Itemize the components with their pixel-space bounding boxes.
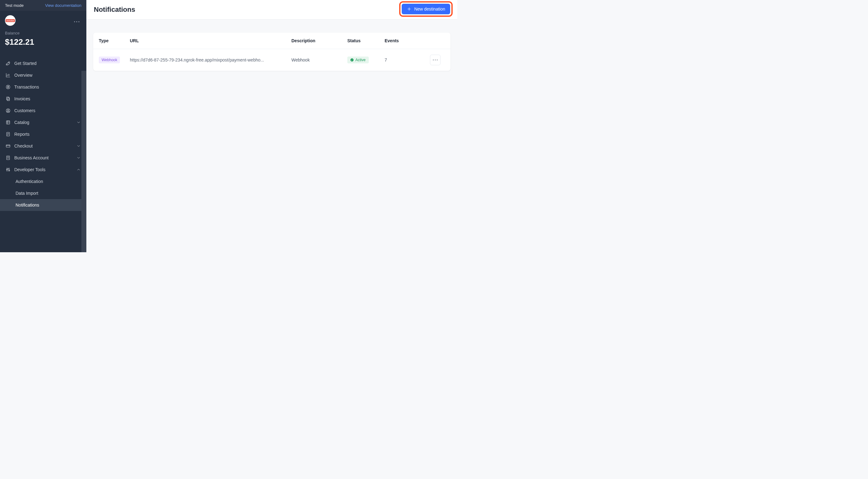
sidebar-item-label: Authentication	[16, 179, 81, 184]
type-badge: Webhook	[99, 57, 120, 63]
balance-amount: $122.21	[5, 37, 82, 47]
account-row: ovector	[0, 11, 86, 29]
avatar[interactable]: ovector	[5, 15, 16, 26]
test-mode-label: Test mode	[5, 3, 24, 8]
dollar-icon	[6, 85, 10, 90]
svg-point-0	[74, 21, 75, 22]
table-header: Type URL Description Status Events	[93, 33, 451, 49]
svg-point-3	[8, 62, 9, 63]
document-icon	[6, 96, 10, 101]
svg-point-13	[6, 169, 7, 170]
svg-point-16	[433, 60, 434, 61]
sidebar-item-label: Catalog	[14, 120, 73, 125]
dots-icon	[74, 21, 80, 22]
sidebar-item-transactions[interactable]: Transactions	[0, 81, 86, 93]
svg-point-17	[435, 60, 436, 61]
rocket-icon	[6, 61, 10, 66]
svg-rect-12	[6, 156, 9, 160]
chevron-down-icon	[76, 156, 81, 160]
sidebar-item-developer-tools[interactable]: Developer Tools	[0, 164, 86, 175]
svg-point-14	[8, 168, 9, 169]
sidebar-item-label: Data Import	[16, 191, 81, 196]
row-actions-button[interactable]	[430, 55, 440, 65]
svg-point-2	[78, 21, 79, 22]
sidebar-item-label: Get Started	[14, 61, 81, 66]
sidebar-item-invoices[interactable]: Invoices	[0, 93, 86, 105]
sidebar-item-overview[interactable]: Overview	[0, 69, 86, 81]
new-destination-button[interactable]: New destination	[402, 4, 450, 14]
sidebar-item-notifications[interactable]: Notifications	[0, 199, 86, 211]
sidebar-item-label: Customers	[14, 108, 81, 113]
sidebar-item-label: Reports	[14, 132, 81, 137]
user-icon	[6, 108, 10, 113]
cell-events: 7	[384, 58, 422, 62]
card-icon	[6, 143, 10, 149]
svg-point-1	[76, 21, 77, 22]
status-text: Active	[355, 58, 366, 62]
chart-icon	[6, 73, 10, 78]
cell-url: https://d7d6-87-255-79-234.ngrok-free.ap…	[130, 58, 285, 62]
building-icon	[6, 155, 10, 160]
cell-status: Active	[347, 57, 384, 63]
col-status: Status	[347, 38, 384, 43]
sidebar-item-reports[interactable]: Reports	[0, 128, 86, 140]
view-documentation-link[interactable]: View documentation	[45, 3, 82, 8]
new-destination-label: New destination	[414, 6, 445, 11]
dots-icon	[433, 59, 438, 61]
grid-icon	[6, 120, 10, 125]
svg-rect-6	[7, 98, 9, 101]
svg-point-8	[7, 110, 9, 111]
chevron-down-icon	[76, 120, 81, 125]
report-icon	[6, 132, 10, 137]
sidebar-item-data-import[interactable]: Data Import	[0, 187, 86, 199]
sidebar-item-checkout[interactable]: Checkout	[0, 140, 86, 152]
balance-section: Balance $122.21	[0, 29, 86, 53]
sidebar: Test mode View documentation ovector Bal…	[0, 0, 86, 252]
svg-rect-5	[6, 97, 9, 100]
sliders-icon	[6, 167, 10, 172]
balance-label: Balance	[5, 31, 82, 35]
col-type: Type	[99, 38, 130, 43]
status-badge: Active	[347, 57, 369, 63]
chevron-down-icon	[76, 144, 81, 148]
sidebar-item-label: Transactions	[14, 85, 81, 90]
table-row[interactable]: Webhook https://d7d6-87-255-79-234.ngrok…	[93, 49, 451, 71]
col-url: URL	[130, 38, 291, 43]
sidebar-item-get-started[interactable]: Get Started	[0, 58, 86, 69]
cell-description: Webhook	[291, 58, 347, 62]
sidebar-item-label: Notifications	[16, 202, 81, 207]
content-area: Type URL Description Status Events Webho…	[86, 20, 457, 252]
cell-type: Webhook	[99, 57, 130, 63]
svg-rect-11	[6, 145, 10, 147]
avatar-text: ovector	[6, 19, 14, 22]
check-icon	[350, 58, 353, 62]
plus-icon	[407, 6, 412, 11]
sidebar-item-customers[interactable]: Customers	[0, 105, 86, 117]
main-content: Notifications New destination Type URL D…	[86, 0, 457, 252]
sidebar-item-catalog[interactable]: Catalog	[0, 117, 86, 128]
sidebar-item-label: Invoices	[14, 96, 81, 101]
svg-point-7	[6, 109, 10, 113]
destinations-table: Type URL Description Status Events Webho…	[93, 33, 451, 71]
sidebar-scrollbar[interactable]	[82, 71, 86, 252]
sidebar-item-authentication[interactable]: Authentication	[0, 175, 86, 187]
svg-point-18	[437, 60, 438, 61]
svg-point-15	[9, 170, 10, 171]
page-header: Notifications New destination	[86, 0, 457, 20]
cell-actions	[422, 55, 440, 65]
page-title: Notifications	[94, 6, 135, 14]
col-events: Events	[384, 38, 422, 43]
sidebar-item-business-account[interactable]: Business Account	[0, 152, 86, 164]
chevron-up-icon	[76, 167, 81, 172]
account-menu-button[interactable]	[72, 18, 82, 24]
col-description: Description	[291, 38, 347, 43]
sidebar-item-label: Developer Tools	[14, 167, 73, 172]
sidebar-item-label: Overview	[14, 73, 81, 78]
sidebar-nav: Get Started Overview Transactions Invoic…	[0, 53, 86, 211]
sidebar-item-label: Checkout	[14, 143, 73, 149]
svg-rect-9	[6, 121, 10, 124]
highlight-ring: New destination	[399, 1, 453, 17]
sidebar-topbar: Test mode View documentation	[0, 0, 86, 11]
sidebar-item-label: Business Account	[14, 155, 73, 160]
